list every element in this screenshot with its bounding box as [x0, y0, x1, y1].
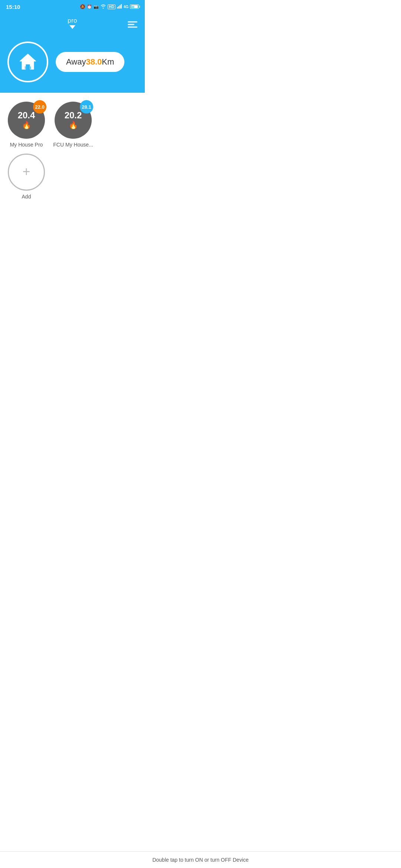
battery-icon: 30 [130, 4, 139, 9]
device-name-1: My House Pro [10, 142, 43, 148]
device-item-2[interactable]: 20.2 🔥 28.1 FCU My House... [53, 102, 94, 148]
add-device-circle: + [8, 154, 45, 191]
wifi-icon [100, 4, 106, 9]
distance-unit: Km [102, 57, 114, 66]
device-circle-wrap-1: 20.4 🔥 22.0 [8, 102, 45, 139]
flame-icon-1: 🔥 [22, 121, 31, 129]
chevron-down-icon [69, 25, 75, 29]
device-set-temp-badge-2: 28.1 [80, 100, 93, 114]
status-bar: 15:10 🔕 ⏰ 📷 HD 4G [0, 0, 145, 13]
camera-icon: 📷 [94, 4, 99, 9]
menu-line-3 [128, 27, 137, 28]
set-temp-value-1: 22.0 [35, 104, 44, 110]
signal-icon [117, 4, 122, 9]
profile-selector[interactable]: pro [68, 17, 77, 29]
status-time: 15:10 [6, 4, 20, 10]
svg-rect-2 [120, 5, 121, 9]
device-grid: 20.4 🔥 22.0 My House Pro 20.2 🔥 28.1 FCU… [0, 93, 145, 208]
set-temp-value-2: 28.1 [82, 104, 91, 110]
device-item-1[interactable]: 20.4 🔥 22.0 My House Pro [6, 102, 47, 148]
flame-icon-2: 🔥 [69, 121, 78, 129]
svg-rect-3 [121, 4, 122, 9]
distance-value: 38.0 [86, 57, 102, 66]
device-current-temp-1: 20.4 [18, 111, 35, 120]
away-label: Away [66, 57, 86, 66]
svg-rect-0 [117, 7, 118, 9]
device-current-temp-2: 20.2 [65, 111, 82, 120]
menu-button[interactable] [126, 20, 139, 29]
house-icon [17, 51, 39, 73]
home-banner: Away38.0Km [0, 36, 145, 93]
plus-icon: + [22, 165, 30, 178]
device-circle-wrap-2: 20.2 🔥 28.1 [55, 102, 92, 139]
menu-line-2 [128, 24, 134, 25]
status-icons: 🔕 ⏰ 📷 HD 4G [80, 4, 139, 9]
add-device-item[interactable]: + Add [6, 154, 47, 200]
away-distance-badge: Away38.0Km [56, 52, 124, 72]
menu-line-1 [128, 22, 137, 23]
signal2-icon: 4G [124, 5, 128, 9]
hd-icon: HD [108, 4, 115, 9]
home-icon-circle [7, 42, 48, 82]
alarm-icon: ⏰ [87, 4, 92, 9]
mute-icon: 🔕 [80, 4, 85, 9]
device-set-temp-badge-1: 22.0 [33, 100, 46, 114]
app-header: pro [0, 13, 145, 36]
device-name-2: FCU My House... [53, 142, 93, 148]
profile-name: pro [68, 17, 77, 24]
svg-rect-1 [118, 6, 119, 9]
add-device-label: Add [22, 194, 31, 200]
